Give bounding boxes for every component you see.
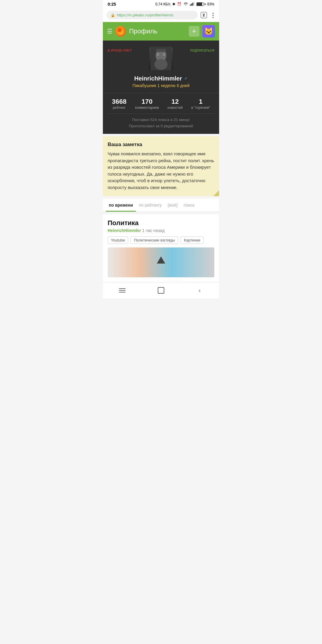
rating-value: 3668 — [112, 98, 126, 106]
status-bar: 0:25 0,74 КБ/с ✱ ⏰ 83% — [103, 0, 219, 8]
status-time: 0:25 — [108, 2, 116, 7]
nav-home-icon — [158, 287, 164, 294]
bluetooth-icon: ✱ — [172, 2, 175, 6]
nav-back-button[interactable]: ‹ — [192, 286, 207, 295]
tab-mine[interactable]: [моё] — [165, 199, 181, 212]
profile-section: в игнор-лист подписаться Heinri — [103, 41, 219, 93]
svg-point-9 — [157, 53, 159, 56]
tabs-section: по времени по рейтингу [моё] поиск — [103, 199, 219, 212]
tag-political-views[interactable]: Политические взгляды — [131, 236, 178, 244]
tab-search[interactable]: поиск — [181, 199, 197, 212]
nav-back-icon: ‹ — [199, 287, 201, 294]
comments-label: комментариев — [135, 106, 159, 110]
subscribe-button[interactable]: подписаться — [190, 47, 214, 52]
news-value: 12 — [168, 98, 183, 106]
battery-indicator — [196, 2, 205, 6]
tab-count[interactable]: 2 — [201, 12, 207, 18]
nav-hamburger-icon — [119, 288, 126, 292]
stats-section: 3668 рейтинг 170 комментариев 12 новосте… — [103, 93, 219, 134]
stat-hot: 1 в "горячем" — [191, 98, 210, 110]
note-text: Чувак появился внезапно, взял говорящее … — [108, 151, 214, 191]
svg-point-10 — [163, 53, 165, 56]
comments-value: 170 — [135, 98, 159, 106]
svg-point-5 — [117, 28, 122, 32]
post-image-preview[interactable] — [108, 247, 214, 277]
note-title: Ваша заметка — [108, 142, 214, 148]
page-title: Профиль — [129, 27, 186, 35]
svg-rect-2 — [192, 3, 193, 6]
stat-rating: 3668 рейтинг — [112, 98, 126, 110]
post-tags: Youtube Политические взгляды Картинки — [108, 236, 214, 244]
hot-label: в "горячем" — [191, 106, 210, 110]
alarm-icon: ⏰ — [177, 2, 182, 6]
stats-extra: Поставил 524 плюса и 21 минус Проголосов… — [108, 113, 214, 129]
note-section: Ваша заметка Чувак появился внезапно, вз… — [103, 136, 219, 196]
tag-pictures[interactable]: Картинки — [181, 236, 204, 244]
svg-rect-3 — [193, 2, 194, 6]
post-author[interactable]: HeinrichHimmler — [108, 228, 141, 233]
url-bar: 🔒 https://m.pikabu.ru/profile/Heinric 2 … — [103, 8, 219, 22]
svg-rect-0 — [190, 4, 191, 6]
signal-icon — [190, 2, 195, 7]
post-section: Политика HeinrichHimmler 1 час назад You… — [103, 214, 219, 282]
tag-youtube[interactable]: Youtube — [108, 236, 128, 244]
ignore-list-button[interactable]: в игнор-лист — [108, 47, 132, 52]
lock-icon: 🔒 — [111, 13, 115, 17]
profile-avatar — [149, 47, 173, 70]
tab-by-rating[interactable]: по рейтингу — [136, 199, 165, 212]
app-header: ☰ Профиль + 🐱 — [103, 22, 219, 41]
rating-label: рейтинг — [112, 106, 126, 110]
stats-row: 3668 рейтинг 170 комментариев 12 новосте… — [108, 98, 214, 110]
avatar-image — [149, 47, 173, 70]
more-menu-button[interactable]: ⋮ — [210, 12, 216, 19]
post-image-arrow-indicator — [157, 256, 165, 264]
battery-percent: 83% — [207, 2, 214, 6]
member-since: Пикабушник 1 неделю 6 дней — [108, 83, 214, 88]
news-label: новостей — [168, 106, 183, 110]
add-post-button[interactable]: + — [189, 26, 199, 37]
gender-icon: ♂ — [184, 75, 188, 82]
url-text: https://m.pikabu.ru/profile/Heinric — [117, 13, 193, 17]
profile-username: HeinrichHimmler — [134, 75, 182, 82]
nav-menu-button[interactable] — [115, 286, 130, 295]
post-meta: HeinrichHimmler 1 час назад — [108, 228, 214, 233]
edits-stat: Проголосовал за 0 редактирований — [108, 123, 214, 129]
network-speed: 0,74 КБ/с — [155, 2, 171, 6]
plus-minus-stat: Поставил 524 плюса и 21 минус — [108, 117, 214, 123]
url-field[interactable]: 🔒 https://m.pikabu.ru/profile/Heinric — [106, 11, 198, 19]
post-time-ago: 1 час назад — [142, 228, 165, 233]
svg-point-11 — [154, 59, 168, 70]
post-category: Политика — [108, 219, 214, 227]
profile-top: в игнор-лист подписаться — [108, 47, 214, 70]
tab-by-time[interactable]: по времени — [106, 199, 136, 212]
hamburger-menu-icon[interactable]: ☰ — [107, 28, 112, 35]
wifi-icon — [183, 2, 188, 7]
pikabu-logo — [115, 26, 126, 37]
nav-home-button[interactable] — [154, 286, 168, 295]
hot-value: 1 — [191, 98, 210, 106]
stat-news: 12 новостей — [168, 98, 183, 110]
profile-avatar-wrap — [149, 47, 173, 70]
svg-rect-1 — [191, 4, 192, 6]
svg-rect-8 — [156, 49, 166, 52]
status-right: 0,74 КБ/с ✱ ⏰ 83% — [155, 2, 214, 7]
note-corner-decoration — [213, 190, 219, 196]
stat-comments: 170 комментариев — [135, 98, 159, 110]
user-avatar[interactable]: 🐱 — [202, 25, 215, 38]
bottom-navigation: ‹ — [103, 282, 219, 298]
profile-name-row: HeinrichHimmler ♂ — [108, 75, 214, 82]
